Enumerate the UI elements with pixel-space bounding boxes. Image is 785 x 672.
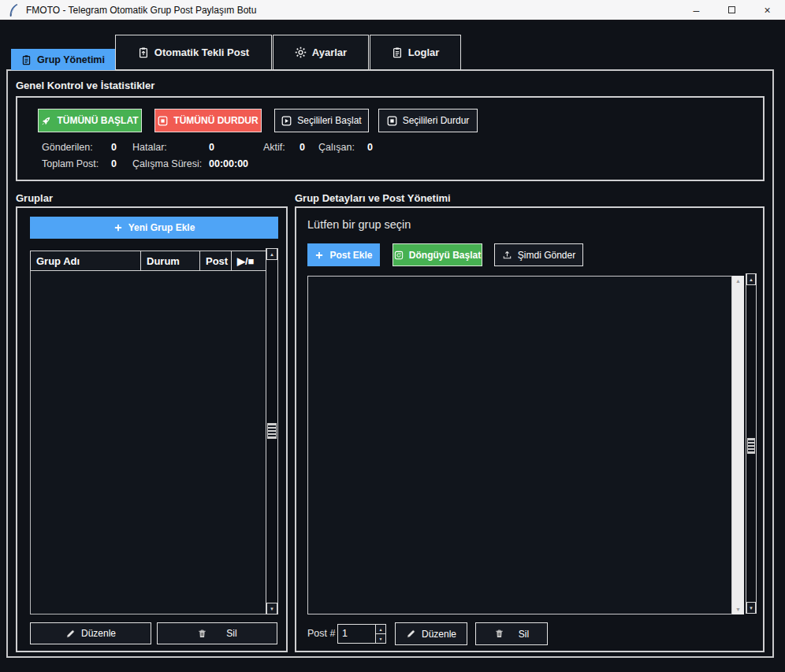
start-selected-button[interactable]: Seçilileri Başlat [274,109,369,132]
scroll-down-icon[interactable]: ▼ [746,602,756,614]
scroll-down-icon[interactable]: ▼ [266,603,277,614]
add-post-button[interactable]: Post Ekle [307,243,380,266]
start-selected-label: Seçilileri Başlat [297,115,361,126]
tab-ayarlar[interactable]: Ayarlar [273,35,369,70]
close-icon: × [764,4,770,17]
trash-icon [494,629,504,639]
send-now-button[interactable]: Şimdi Gönder [494,243,583,266]
post-edit-label: Düzenle [422,629,456,640]
log-icon [392,46,403,58]
group-edit-label: Düzenle [81,628,116,639]
uptime-value: 00:00:00 [209,158,263,169]
pencil-icon [65,629,76,639]
column-header-post[interactable]: Post [199,251,231,271]
gear-icon [295,46,307,58]
add-group-button[interactable]: Yeni Grup Ekle [30,217,278,239]
stop-square-icon [158,116,168,126]
scroll-up-icon[interactable]: ▲ [746,273,756,285]
post-number-value[interactable]: 1 [338,625,375,643]
groups-table-scrollbar[interactable]: ▲ ▼ [266,248,278,614]
play-square-icon [281,116,292,126]
general-section-heading: Genel Kontrol ve İstatistikler [16,80,154,91]
tab-label: Loglar [408,46,440,58]
scrollbar-thumb[interactable] [267,423,277,439]
total-posts-label: Toplam Post: [42,158,111,169]
post-upload-icon [138,46,149,58]
post-text-scrollbar[interactable]: ▲ ▼ [732,276,744,614]
send-now-label: Şimdi Gönder [518,250,575,261]
column-header-durum[interactable]: Durum [140,251,199,271]
close-button[interactable]: × [750,0,785,20]
loop-icon [394,251,404,260]
scroll-up-icon[interactable]: ▲ [735,276,741,286]
tab-grup-yonetimi[interactable]: Grup Yönetimi [11,49,115,70]
spinner-buttons[interactable]: ▲ ▼ [375,625,385,643]
scroll-down-icon[interactable]: ▼ [735,604,741,614]
tab-loglar[interactable]: Loglar [370,35,461,70]
statistics-grid: Gönderilen: 0 Hatalar: 0 Aktif: 0 Çalışa… [42,142,391,169]
group-edit-button[interactable]: Düzenle [30,622,151,644]
running-value: 0 [367,142,391,153]
total-posts-value: 0 [111,158,132,169]
title-bar: FMOTO - Telegram Otomatik Grup Post Payl… [0,0,785,21]
errors-value: 0 [209,142,263,153]
post-number-label: Post # [307,628,335,639]
column-header-play-stop[interactable]: ▶/■ [231,251,266,271]
start-all-label: TÜMÜNÜ BAŞLAT [57,115,138,126]
post-delete-label: Sil [519,629,529,640]
stop-selected-label: Seçilileri Durdur [403,115,470,126]
spin-down-icon[interactable]: ▼ [376,634,385,643]
app-window: FMOTO - Telegram Otomatik Grup Post Payl… [0,0,785,672]
stop-square-icon [387,116,397,126]
tk-feather-icon [8,4,19,17]
post-number-spinner[interactable]: 1 ▲ ▼ [337,624,386,644]
errors-label: Hatalar: [132,142,209,153]
post-edit-button[interactable]: Düzenle [395,622,467,645]
window-title: FMOTO - Telegram Otomatik Grup Post Payl… [26,5,256,16]
sent-value: 0 [111,142,132,153]
add-group-label: Yeni Grup Ekle [128,222,195,233]
add-post-label: Post Ekle [329,250,372,261]
post-delete-button[interactable]: Sil [475,622,548,645]
stop-all-label: TÜMÜNÜ DURDUR [173,115,258,126]
start-loop-label: Döngüyü Başlat [409,250,481,261]
sent-label: Gönderilen: [42,142,111,153]
plus-icon [314,251,324,260]
pencil-icon [406,629,416,639]
plus-icon [113,223,123,232]
groups-table-body[interactable] [30,271,266,614]
clipboard-icon [21,54,32,65]
details-scrollbar[interactable]: ▲ ▼ [746,273,757,614]
scroll-up-icon[interactable]: ▲ [266,248,277,260]
tab-label: Grup Yönetimi [37,54,105,65]
group-delete-button[interactable]: Sil [157,622,277,644]
rocket-icon [41,116,51,126]
scrollbar-thumb[interactable] [747,438,755,454]
select-group-hint: Lütfen bir grup seçin [307,218,411,231]
groups-section-heading: Gruplar [16,192,53,204]
spin-up-icon[interactable]: ▲ [376,625,385,634]
start-all-button[interactable]: TÜMÜNÜ BAŞLAT [38,109,142,132]
maximize-icon [728,6,735,13]
active-value: 0 [299,142,318,153]
trash-icon [197,629,207,639]
send-upload-icon [502,250,512,260]
tab-label: Otomatik Tekli Post [154,46,249,58]
tab-label: Ayarlar [312,46,347,58]
post-text-area[interactable] [307,276,732,614]
details-section-heading: Grup Detayları ve Post Yönetimi [295,192,451,204]
uptime-label: Çalışma Süresi: [132,158,209,169]
maximize-button[interactable] [714,0,750,20]
tab-otomatik-tekli-post[interactable]: Otomatik Tekli Post [115,35,272,70]
stop-all-button[interactable]: TÜMÜNÜ DURDUR [154,109,262,132]
active-label: Aktif: [263,142,299,153]
minimize-icon: – [694,4,700,17]
minimize-button[interactable]: – [679,0,714,20]
start-loop-button[interactable]: Döngüyü Başlat [392,243,482,266]
stop-selected-button[interactable]: Seçilileri Durdur [378,109,478,132]
column-header-grup-adi[interactable]: Grup Adı [30,251,140,271]
running-label: Çalışan: [318,142,367,153]
group-delete-label: Sil [226,628,236,639]
groups-table-header[interactable]: Grup Adı Durum Post ▶/■ [30,251,266,271]
